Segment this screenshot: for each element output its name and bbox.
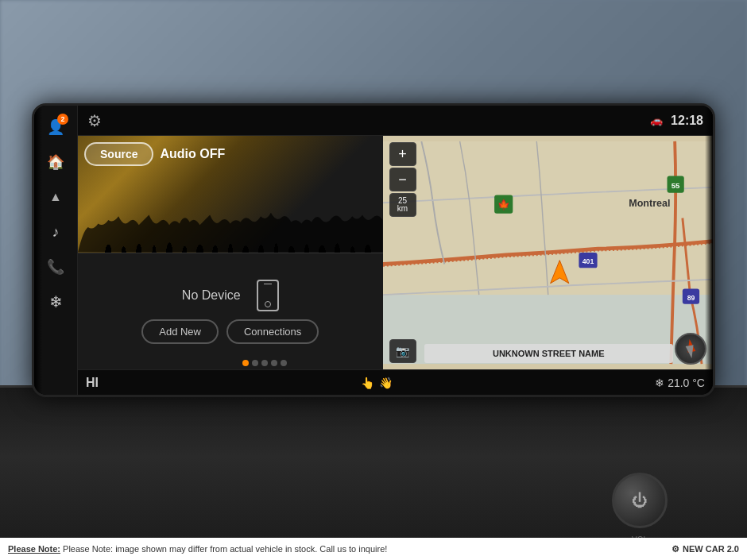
map-panel[interactable]: Montreal 55 401 89 🍁 [383, 136, 713, 369]
connections-button[interactable]: Connections [226, 319, 319, 344]
phone-device-icon [257, 280, 279, 311]
pagination-dots [122, 360, 408, 366]
zoom-in-button[interactable]: + [389, 142, 416, 166]
gesture-icon-2: 👋 [379, 377, 393, 389]
disclaimer-bar: Please Note: Please Note: image shown ma… [0, 538, 747, 560]
svg-text:55: 55 [671, 181, 679, 190]
gesture-icon-1: 👆 [361, 377, 374, 389]
map-view: Montreal 55 401 89 🍁 [383, 136, 713, 369]
frost-icon: ❄ [655, 377, 664, 389]
car-status-icon: 🚗 [650, 114, 663, 126]
bezel-right [705, 106, 713, 395]
dot-2[interactable] [252, 360, 258, 366]
left-panel: Source Audio OFF No Device Add New Conne… [78, 136, 383, 369]
dot-5[interactable] [281, 360, 287, 366]
sidebar-item-phone[interactable]: 📞 [40, 252, 72, 282]
no-device-text: No Device [182, 288, 241, 303]
crowd-svg [78, 159, 383, 253]
navigation-icon: ▲ [49, 190, 62, 204]
sidebar-item-climate[interactable]: ❄ [40, 287, 72, 317]
compass [675, 333, 706, 365]
notification-badge: 2 [57, 114, 68, 125]
settings-icon[interactable]: ⚙ [87, 111, 102, 130]
sidebar-item-home[interactable]: 🏠 [40, 147, 72, 177]
sidebar-item-notifications[interactable]: 👤 2 [40, 112, 72, 142]
newcar-logo: ⚙ NEW CAR 2.0 [672, 544, 739, 554]
crowd-silhouette [78, 213, 383, 253]
svg-text:🍁: 🍁 [497, 199, 509, 211]
logo-icon: ⚙ [672, 544, 679, 554]
bluetooth-buttons: Add New Connections [141, 319, 319, 344]
temperature-value: 21.0 °C [668, 377, 705, 389]
main-content: ⚙ 🚗 12:18 Source [78, 106, 713, 395]
no-device-row: No Device [78, 280, 383, 311]
dot-1[interactable] [242, 360, 249, 366]
street-name-display: UNKNOWN STREET NAME [424, 344, 673, 363]
map-controls: + − 25 km [389, 142, 416, 217]
phone-icon: 📞 [47, 258, 64, 276]
climate-icon: ❄ [49, 292, 63, 311]
panels-area: Source Audio OFF No Device Add New Conne… [78, 136, 713, 369]
dot-3[interactable] [261, 360, 268, 366]
zoom-out-button[interactable]: − [389, 168, 416, 191]
infotainment-screen: 👤 2 🏠 ▲ ♪ 📞 ❄ ⚙ 🚗 12:18 [32, 103, 715, 397]
svg-text:Montreal: Montreal [629, 198, 670, 209]
gesture-icons: 👆 👋 [361, 377, 393, 389]
audio-controls: Source Audio OFF [84, 142, 377, 166]
bottom-bar: HI 👆 👋 ❄ 21.0 °C [78, 369, 713, 395]
status-bar: ⚙ 🚗 12:18 [78, 106, 713, 136]
temperature-display: ❄ 21.0 °C [655, 377, 705, 389]
power-icon: ⏻ [632, 492, 648, 510]
disclaimer-text: Please Note: Please Note: image shown ma… [8, 544, 387, 554]
clock-display: 12:18 [671, 114, 703, 128]
status-right: 🚗 12:18 [650, 114, 703, 128]
music-icon: ♪ [52, 224, 60, 241]
sidebar-item-music[interactable]: ♪ [40, 217, 72, 247]
status-left: ⚙ [87, 111, 102, 130]
source-button[interactable]: Source [84, 142, 153, 166]
svg-text:401: 401 [582, 257, 594, 265]
audio-status-text: Audio OFF [160, 147, 225, 161]
add-new-button[interactable]: Add New [141, 319, 219, 344]
sidebar-item-navigation[interactable]: ▲ [40, 182, 72, 212]
home-icon: 🏠 [47, 153, 64, 171]
zoom-level-display: 25 km [389, 193, 416, 217]
dot-4[interactable] [271, 360, 277, 366]
audio-section: Source Audio OFF [78, 136, 383, 253]
svg-text:89: 89 [687, 294, 695, 302]
bluetooth-section: No Device Add New Connections [78, 253, 383, 369]
bezel-left [34, 106, 42, 395]
hi-text: HI [86, 376, 99, 390]
logo-text: NEW CAR 2.0 [683, 544, 739, 554]
volume-knob[interactable]: ⏻ [612, 473, 668, 528]
